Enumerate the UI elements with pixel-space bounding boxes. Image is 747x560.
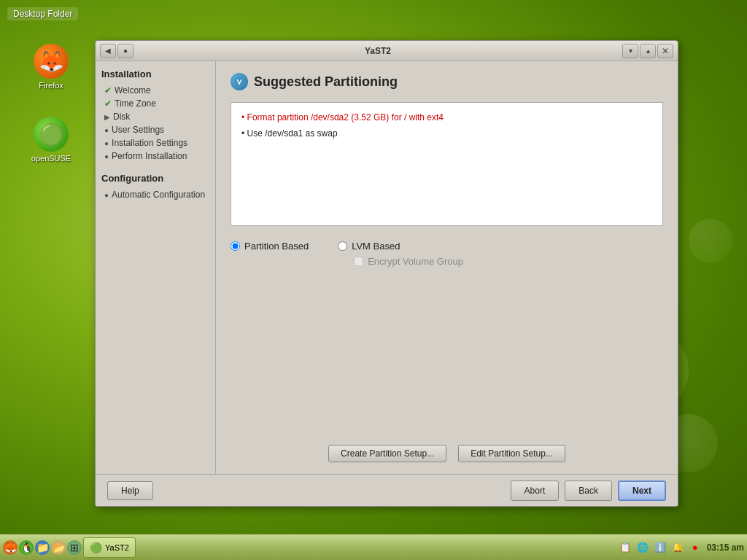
radio-partition-label: Partition Based	[244, 241, 309, 252]
sidebar-disk-label: Disk	[113, 112, 130, 122]
partition-item-1: Format partition /dev/sda2 (3.52 GB) for…	[241, 110, 652, 126]
system-icons: 📋 🌐 ℹ️ 🔔 ●	[618, 540, 703, 555]
radio-lvm-based[interactable]: LVM Based	[338, 241, 463, 252]
firefox-label: Firefox	[39, 81, 63, 90]
taskbar-yast-button[interactable]: 🟢 YaST2	[83, 537, 136, 558]
desktop-folder-label: Desktop Folder	[7, 7, 78, 20]
taskbar-right: 📋 🌐 ℹ️ 🔔 ● 03:15 am	[618, 540, 744, 555]
desktop-icon-opensuse[interactable]: 🟢 openSUSE	[22, 117, 80, 163]
maximize-button[interactable]: ▴	[640, 44, 656, 58]
partition-info-box: Format partition /dev/sda2 (3.52 GB) for…	[231, 102, 663, 226]
page-title-icon	[231, 73, 248, 90]
taskbar-notify-icon[interactable]: 🔔	[670, 540, 685, 555]
lvm-group: LVM Based Encrypt Volume Group	[338, 241, 463, 267]
sidebar-performinstall-label: Perform Installation	[112, 151, 187, 161]
bullet-icon: ●	[104, 139, 109, 147]
title-nav-buttons: ◀ ●	[100, 44, 133, 58]
abort-button[interactable]: Abort	[511, 481, 560, 501]
next-button[interactable]: Next	[618, 481, 666, 501]
arrow-icon: ▶	[104, 113, 110, 121]
sidebar: Installation ✔ Welcome ✔ Time Zone ▶ Dis…	[96, 61, 216, 474]
taskbar-files-icon[interactable]: 📁	[35, 540, 50, 555]
bullet-icon: ●	[104, 126, 109, 134]
sidebar-item-auto-config[interactable]: ● Automatic Configuration	[101, 188, 209, 201]
window-body: Installation ✔ Welcome ✔ Time Zone ▶ Dis…	[96, 61, 678, 474]
minimize-button[interactable]: ▾	[622, 44, 638, 58]
radio-group: Partition Based LVM Based Encrypt Volume…	[231, 241, 663, 267]
check-icon: ✔	[104, 98, 112, 109]
svg-point-0	[234, 77, 244, 87]
edit-partition-setup-button[interactable]: Edit Partition Setup...	[458, 445, 565, 462]
bottom-bar-right: Abort Back Next	[511, 481, 666, 501]
radio-lvm-label: LVM Based	[352, 241, 400, 252]
taskbar-network-icon[interactable]: 🌐	[635, 540, 650, 555]
sidebar-item-perform-installation[interactable]: ● Perform Installation	[101, 149, 209, 163]
sidebar-item-installation-settings[interactable]: ● Installation Settings	[101, 136, 209, 149]
taskbar-folder2-icon[interactable]: 📂	[51, 540, 66, 555]
opensuse-icon: 🟢	[34, 117, 69, 152]
sidebar-installation-title: Installation	[101, 69, 209, 79]
desktop-icon-firefox[interactable]: 🦊 Firefox	[22, 44, 80, 90]
sidebar-item-welcome[interactable]: ✔ Welcome	[101, 84, 209, 97]
radio-partition-input[interactable]	[231, 241, 240, 251]
nav-back-button[interactable]: ◀	[100, 44, 116, 58]
window-controls: ▾ ▴ ✕	[622, 44, 673, 58]
taskbar-power-icon[interactable]: ●	[688, 540, 703, 555]
taskbar-clock: 03:15 am	[707, 542, 744, 553]
window-title: YaST2	[136, 46, 619, 56]
firefox-icon: 🦊	[34, 44, 69, 79]
page-title-area: Suggested Partitioning	[231, 73, 663, 90]
yast-window: ◀ ● YaST2 ▾ ▴ ✕ Installation ✔ Welcome ✔	[95, 40, 678, 507]
desktop: Desktop Folder 🦊 Firefox 🟢 openSUSE ◀ ● …	[0, 0, 747, 560]
partition-item-2: Use /dev/sda1 as swap	[241, 126, 652, 142]
bullet-icon: ●	[104, 191, 109, 199]
sidebar-configuration-title: Configuration	[101, 173, 209, 184]
sidebar-timezone-label: Time Zone	[115, 98, 156, 109]
taskbar-firefox-icon[interactable]: 🦊	[3, 540, 18, 555]
setup-buttons-area: Create Partition Setup... Edit Partition…	[231, 430, 663, 462]
bottom-bar: Help Abort Back Next	[96, 474, 678, 506]
taskbar-opensuse-icon[interactable]: 🐧	[19, 540, 34, 555]
taskbar: 🦊 🐧 📁 📂 ⊞ 🟢 YaST2 📋 🌐 ℹ️ 🔔 ● 03:15 am	[0, 534, 747, 560]
radio-partition-based[interactable]: Partition Based	[231, 241, 309, 252]
opensuse-label: openSUSE	[31, 154, 71, 163]
encrypt-checkbox-input[interactable]	[354, 257, 363, 266]
create-partition-setup-button[interactable]: Create Partition Setup...	[328, 445, 446, 462]
bullet-icon: ●	[104, 152, 109, 160]
taskbar-grid-icon[interactable]: ⊞	[67, 540, 82, 555]
title-bar: ◀ ● YaST2 ▾ ▴ ✕	[96, 41, 678, 61]
taskbar-yast-label: YaST2	[105, 543, 129, 552]
main-content: Suggested Partitioning Format partition …	[216, 61, 678, 474]
encrypt-checkbox-label: Encrypt Volume Group	[368, 256, 463, 267]
sidebar-installsettings-label: Installation Settings	[112, 138, 187, 148]
sidebar-autoconfig-label: Automatic Configuration	[112, 190, 205, 200]
sidebar-usersettings-label: User Settings	[112, 125, 164, 135]
sidebar-item-timezone[interactable]: ✔ Time Zone	[101, 97, 209, 110]
nav-forward-button[interactable]: ●	[117, 44, 133, 58]
check-icon: ✔	[104, 85, 112, 96]
taskbar-yast-icon: 🟢	[90, 542, 102, 553]
checkbox-encrypt[interactable]: Encrypt Volume Group	[354, 256, 463, 267]
taskbar-copy-icon[interactable]: 📋	[618, 540, 632, 555]
back-button[interactable]: Back	[565, 481, 612, 501]
sidebar-item-user-settings[interactable]: ● User Settings	[101, 123, 209, 136]
sidebar-welcome-label: Welcome	[115, 85, 151, 96]
taskbar-info-icon[interactable]: ℹ️	[653, 540, 667, 555]
help-button[interactable]: Help	[107, 481, 153, 500]
close-button[interactable]: ✕	[657, 44, 673, 58]
sidebar-item-disk[interactable]: ▶ Disk	[101, 110, 209, 123]
radio-lvm-input[interactable]	[338, 241, 347, 251]
page-title-text: Suggested Partitioning	[254, 74, 398, 90]
